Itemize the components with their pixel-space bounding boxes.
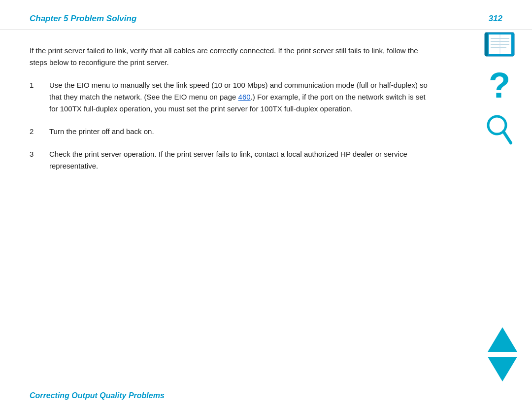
page-number: 312 (489, 14, 502, 24)
footer-label: Correcting Output Quality Problems (30, 391, 165, 400)
item-text-3: Check the print server operation. If the… (49, 148, 433, 172)
list-item: 2 Turn the printer off and back on. (30, 126, 433, 137)
page-footer: Correcting Output Quality Problems (30, 391, 165, 400)
item-number-1: 1 (30, 79, 49, 91)
book-icon[interactable] (482, 30, 517, 60)
arrow-up-icon[interactable] (488, 327, 517, 352)
svg-rect-1 (485, 33, 488, 56)
steps-list: 1 Use the EIO menu to manually set the l… (30, 79, 433, 172)
sidebar-icons: ? (482, 30, 517, 149)
item-number-3: 3 (30, 148, 49, 160)
list-item: 3 Check the print server operation. If t… (30, 148, 433, 172)
intro-paragraph: If the print server failed to link, veri… (30, 45, 433, 68)
chapter-title: Chapter 5 Problem Solving (30, 14, 136, 24)
item-text-1: Use the EIO menu to manually set the lin… (49, 79, 433, 115)
svg-line-10 (503, 132, 511, 143)
item-number-2: 2 (30, 126, 49, 137)
nav-arrows (488, 327, 517, 381)
page-container: Chapter 5 Problem Solving 312 If the pri… (0, 0, 532, 411)
arrow-down-icon[interactable] (488, 357, 517, 381)
page-header: Chapter 5 Problem Solving 312 (0, 0, 532, 30)
page-link-460[interactable]: 460 (238, 93, 251, 101)
question-mark-icon[interactable]: ? (487, 69, 512, 104)
magnifier-icon[interactable] (485, 113, 514, 149)
item-text-2: Turn the printer off and back on. (49, 126, 433, 137)
main-content: If the print server failed to link, veri… (0, 30, 463, 198)
svg-text:?: ? (489, 69, 510, 104)
list-item: 1 Use the EIO menu to manually set the l… (30, 79, 433, 115)
